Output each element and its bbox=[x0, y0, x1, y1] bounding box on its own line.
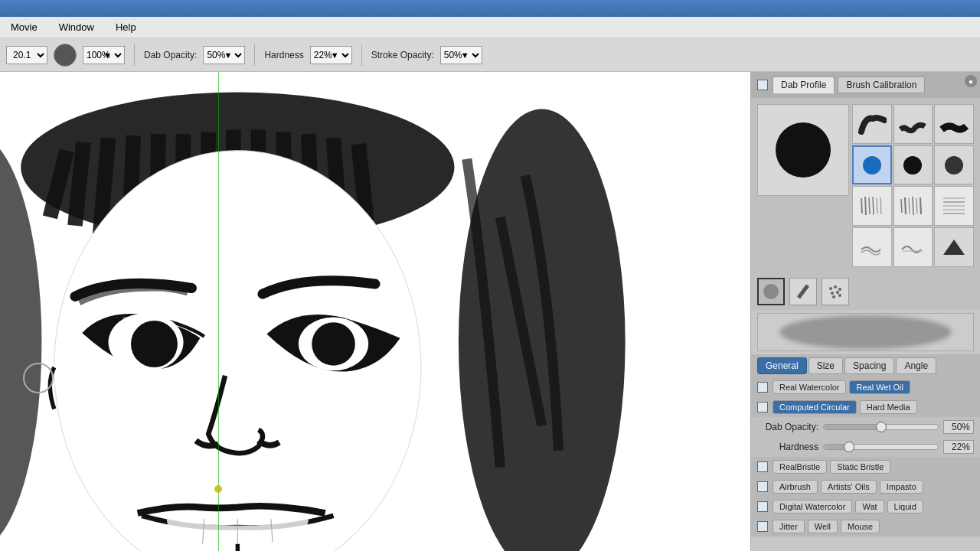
tab-well[interactable]: Well bbox=[808, 520, 838, 533]
tab-impasto[interactable]: Impasto bbox=[880, 480, 923, 494]
tab-real-watercolor[interactable]: Real Watercolor bbox=[773, 380, 846, 394]
brush-thumbnails-section bbox=[751, 98, 980, 273]
svg-point-31 bbox=[763, 284, 779, 299]
menu-bar: Movie Window Help bbox=[0, 17, 980, 38]
menu-window[interactable]: Window bbox=[54, 18, 99, 36]
dab-profile-header: ● Dab Profile Brush Calibration bbox=[751, 72, 980, 98]
hardness-slider-label: Hardness bbox=[757, 442, 818, 452]
separator-2 bbox=[254, 44, 255, 66]
svg-point-9 bbox=[776, 122, 831, 178]
svg-line-32 bbox=[799, 285, 808, 298]
tab-general[interactable]: General bbox=[757, 357, 807, 374]
zoom-value[interactable]: 100% ▼ bbox=[83, 46, 125, 64]
dab-opacity-thumb[interactable] bbox=[876, 422, 887, 432]
circle-shape-icon[interactable] bbox=[757, 278, 785, 305]
svg-line-15 bbox=[869, 197, 870, 214]
tab-real-bristle[interactable]: RealBristle bbox=[773, 460, 827, 474]
brush-thumb-10[interactable] bbox=[852, 227, 892, 267]
svg-line-21 bbox=[909, 198, 910, 214]
svg-line-13 bbox=[861, 198, 862, 214]
brush-thumb-1[interactable] bbox=[852, 104, 892, 144]
jitter-row: Jitter Well Mouse bbox=[751, 517, 980, 536]
tab-static-bristle[interactable]: Static Bristle bbox=[830, 460, 890, 474]
hardness-display: 22% bbox=[943, 440, 974, 454]
svg-line-18 bbox=[880, 197, 881, 214]
tab-size[interactable]: Size bbox=[808, 357, 843, 374]
menu-help[interactable]: Help bbox=[111, 18, 141, 36]
tab-real-wet-oil[interactable]: Real Wet Oil bbox=[849, 380, 910, 394]
brush-circle-preview bbox=[773, 119, 834, 181]
svg-point-6 bbox=[131, 321, 178, 367]
tab-hard-media[interactable]: Hard Media bbox=[860, 400, 917, 414]
tab-mouse[interactable]: Mouse bbox=[841, 520, 880, 533]
svg-point-37 bbox=[836, 291, 839, 294]
shape-icons-row bbox=[751, 273, 980, 310]
hardness-label: Hardness bbox=[264, 50, 303, 60]
bristle-checkbox[interactable] bbox=[757, 461, 768, 472]
title-bar bbox=[0, 0, 980, 17]
circular-checkbox[interactable] bbox=[757, 402, 768, 412]
svg-line-24 bbox=[920, 197, 921, 214]
texture-shape-icon[interactable] bbox=[822, 278, 849, 305]
tab-airbrush[interactable]: Airbrush bbox=[773, 480, 818, 494]
calligraphy-shape-icon[interactable] bbox=[789, 278, 817, 305]
dab-profile-checkbox[interactable] bbox=[757, 80, 768, 90]
svg-point-42 bbox=[790, 319, 941, 345]
watercolor-checkbox[interactable] bbox=[757, 382, 768, 393]
hardness-row: Hardness 22% bbox=[751, 437, 980, 457]
brush-thumb-4[interactable] bbox=[852, 145, 892, 185]
airbrush-checkbox[interactable] bbox=[757, 481, 768, 492]
tab-dab-profile[interactable]: Dab Profile bbox=[773, 77, 835, 93]
brush-preview bbox=[54, 44, 77, 67]
dab-opacity-slider-label: Dab Opacity: bbox=[757, 422, 818, 432]
airbrush-row: Airbrush Artists' Oils Impasto bbox=[751, 477, 980, 497]
svg-point-33 bbox=[829, 287, 832, 290]
brush-thumb-8[interactable] bbox=[893, 186, 933, 226]
menu-movie[interactable]: Movie bbox=[6, 18, 42, 36]
svg-point-12 bbox=[945, 156, 963, 174]
tab-spacing[interactable]: Spacing bbox=[844, 357, 894, 374]
section-tabs: General Size Spacing Angle bbox=[751, 354, 980, 377]
bristle-row: RealBristle Static Bristle bbox=[751, 457, 980, 477]
brush-thumb-6[interactable] bbox=[934, 145, 974, 185]
svg-marker-30 bbox=[943, 240, 965, 255]
svg-point-34 bbox=[834, 285, 837, 289]
brush-thumb-9[interactable] bbox=[934, 186, 974, 226]
panel-close-button[interactable]: ● bbox=[965, 75, 977, 87]
tab-artists-oils[interactable]: Artists' Oils bbox=[821, 480, 877, 494]
brush-thumb-5[interactable] bbox=[893, 145, 933, 185]
hardness-value[interactable]: 22% ▼ bbox=[310, 46, 352, 64]
svg-line-19 bbox=[901, 199, 902, 213]
tab-jitter[interactable]: Jitter bbox=[773, 520, 805, 533]
dab-opacity-fill bbox=[824, 425, 881, 429]
tab-brush-calibration[interactable]: Brush Calibration bbox=[838, 77, 925, 93]
brush-thumb-7[interactable] bbox=[852, 186, 892, 226]
dab-opacity-slider[interactable] bbox=[823, 424, 939, 430]
hardness-thumb[interactable] bbox=[844, 442, 854, 452]
brush-thumb-3[interactable] bbox=[934, 104, 974, 144]
tab-angle[interactable]: Angle bbox=[896, 357, 936, 374]
brush-thumb-12[interactable] bbox=[934, 227, 974, 267]
tab-liquid[interactable]: Liquid bbox=[887, 500, 923, 514]
layer-select[interactable]: 20.1 bbox=[6, 46, 47, 64]
tab-computed-circular[interactable]: Computed Circular bbox=[773, 400, 857, 414]
svg-line-16 bbox=[873, 197, 874, 215]
svg-line-20 bbox=[905, 197, 906, 214]
tab-digital-watercolor[interactable]: Digital Watercolor bbox=[773, 500, 852, 514]
digital-watercolor-checkbox[interactable] bbox=[757, 501, 768, 512]
stroke-preview-svg bbox=[758, 314, 973, 350]
svg-line-22 bbox=[913, 197, 913, 215]
stroke-opacity-value[interactable]: 50% ▼ bbox=[440, 46, 482, 64]
svg-point-35 bbox=[838, 288, 841, 291]
canvas-area[interactable] bbox=[0, 72, 750, 551]
brush-thumb-11[interactable] bbox=[893, 227, 933, 267]
tab-wat[interactable]: Wat bbox=[855, 500, 884, 514]
brush-thumb-2[interactable] bbox=[893, 104, 933, 144]
hardness-slider[interactable] bbox=[823, 444, 939, 450]
jitter-checkbox[interactable] bbox=[757, 521, 768, 532]
main-content: ● Dab Profile Brush Calibration bbox=[0, 72, 980, 551]
dab-opacity-label: Dab Opacity: bbox=[144, 50, 197, 60]
dab-opacity-value[interactable]: 50% ▼ bbox=[203, 46, 245, 64]
separator-3 bbox=[361, 44, 362, 66]
svg-point-36 bbox=[831, 292, 834, 295]
